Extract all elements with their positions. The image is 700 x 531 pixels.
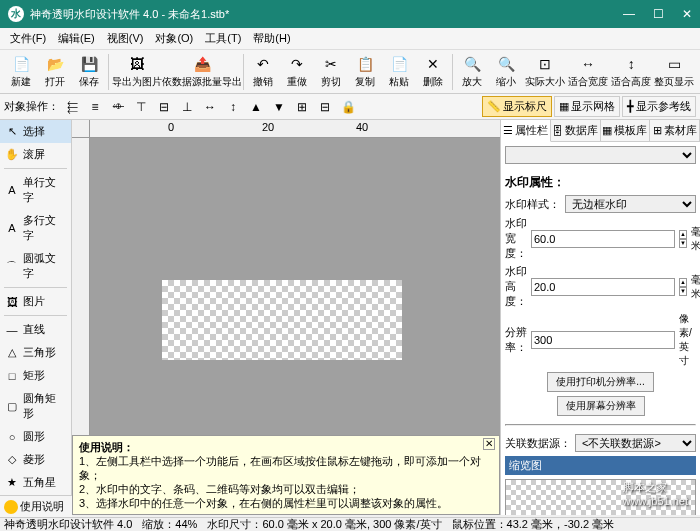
圆角矩形-icon: ▢ [5,399,19,413]
minimize-icon[interactable]: — [623,7,635,21]
保存-icon: 💾 [79,54,99,74]
toolbar-放大[interactable]: 🔍放大 [455,52,489,91]
打开-icon: 📂 [45,54,65,74]
选择-icon: ↖ [5,125,19,139]
三角形-icon: △ [5,346,19,360]
tool-多行文字[interactable]: A多行文字 [0,209,71,247]
tool-圆弧文字[interactable]: ⌒圆弧文字 [0,247,71,285]
tool-矩形[interactable]: □矩形 [0,364,71,387]
printer-dpi-button[interactable]: 使用打印机分辨率... [547,372,653,392]
复制-icon: 📋 [355,54,375,74]
menu-item[interactable]: 帮助(H) [247,31,296,46]
tool-图片[interactable]: 🖼图片 [0,290,71,313]
height-up[interactable]: ▲ [679,278,687,287]
tool-选择[interactable]: ↖选择 [0,120,71,143]
width-up[interactable]: ▲ [679,230,687,239]
toolbar-新建[interactable]: 📄新建 [4,52,38,91]
tool-三角形[interactable]: △三角形 [0,341,71,364]
tool-五角星[interactable]: ★五角星 [0,471,71,494]
tool-菱形[interactable]: ◇菱形 [0,448,71,471]
toolbar-适合高度[interactable]: ↕适合高度 [610,52,653,91]
toolbar-粘贴[interactable]: 📄粘贴 [382,52,416,91]
toggle-显示标尺[interactable]: 📏显示标尺 [482,96,552,117]
align-center-icon[interactable]: ≡ [85,97,105,117]
dist-h-icon[interactable]: ↔ [200,97,220,117]
menu-item[interactable]: 对象(O) [149,31,199,46]
dist-v-icon[interactable]: ↕ [223,97,243,117]
align-right-icon[interactable]: ⬲ [108,97,128,117]
width-input[interactable] [531,230,675,248]
toggle-显示参考线[interactable]: ╋显示参考线 [622,96,696,117]
toolbar-整页显示[interactable]: ▭整页显示 [653,52,696,91]
圆弧文字-icon: ⌒ [5,259,19,273]
toolbar-复制[interactable]: 📋复制 [348,52,382,91]
toolbar-保存[interactable]: 💾保存 [72,52,106,91]
send-back-icon[interactable]: ▼ [269,97,289,117]
menu-item[interactable]: 文件(F) [4,31,52,46]
适合宽度-icon: ↔ [578,54,598,74]
toolbar-撤销[interactable]: ↶撤销 [246,52,280,91]
新建-icon: 📄 [11,54,31,74]
滚屏-icon: ✋ [5,148,19,162]
toolbar-重做[interactable]: ↷重做 [280,52,314,91]
help-label[interactable]: 使用说明 [20,499,64,514]
toolbar-缩小[interactable]: 🔍缩小 [489,52,523,91]
dpi-input[interactable] [531,331,675,349]
tab-素材库[interactable]: ⊞素材库 [650,120,700,141]
tool-圆形[interactable]: ○圆形 [0,425,71,448]
close-icon[interactable]: ✕ [682,7,692,21]
menu-item[interactable]: 工具(T) [199,31,247,46]
撤销-icon: ↶ [253,54,273,74]
单行文字-icon: A [5,183,19,197]
tool-直线[interactable]: —直线 [0,318,71,341]
object-selector[interactable] [505,146,696,164]
整页显示-icon: ▭ [664,54,684,74]
menu-item[interactable]: 视图(V) [101,31,150,46]
导出为图片-icon: 🖼 [127,54,147,74]
tab-模板库[interactable]: ▦模板库 [601,120,651,141]
menu-item[interactable]: 编辑(E) [52,31,101,46]
ungroup-icon[interactable]: ⊟ [315,97,335,117]
help-close-icon[interactable]: ✕ [483,438,495,450]
缩小-icon: 🔍 [496,54,516,74]
依数据源批量导出-icon: 📤 [192,54,212,74]
tab-数据库[interactable]: 🗄数据库 [551,120,601,141]
toolbar-实际大小[interactable]: ⊡实际大小 [523,52,566,91]
toolbar-依数据源批量导出[interactable]: 📤依数据源批量导出 [163,52,241,91]
删除-icon: ✕ [423,54,443,74]
图片-icon: 🖼 [5,295,19,309]
align-top-icon[interactable]: ⊤ [131,97,151,117]
align-left-icon[interactable]: ⬱ [62,97,82,117]
bring-front-icon[interactable]: ▲ [246,97,266,117]
canvas[interactable] [162,280,402,360]
toolbar-适合宽度[interactable]: ↔适合宽度 [566,52,609,91]
tool-单行文字[interactable]: A单行文字 [0,171,71,209]
group-icon[interactable]: ⊞ [292,97,312,117]
style-select[interactable]: 无边框水印 [565,195,696,213]
tool-滚屏[interactable]: ✋滚屏 [0,143,71,166]
toolbar-删除[interactable]: ✕删除 [416,52,450,91]
lock-icon[interactable]: 🔒 [338,97,358,117]
datasource-select[interactable]: <不关联数据源> [575,434,696,452]
status-pos: 鼠标位置：43.2 毫米，-30.2 毫米 [452,517,615,531]
height-down[interactable]: ▼ [679,287,687,296]
align-bottom-icon[interactable]: ⊥ [177,97,197,117]
align-middle-icon[interactable]: ⊟ [154,97,174,117]
菱形-icon: ◇ [5,453,19,467]
tab-属性栏[interactable]: ☰属性栏 [501,120,551,142]
window-title: 神奇透明水印设计软件 4.0 - 未命名1.stb* [30,7,623,22]
tool-圆角矩形[interactable]: ▢圆角矩形 [0,387,71,425]
screen-dpi-button[interactable]: 使用屏幕分辨率 [557,396,645,416]
剪切-icon: ✂ [321,54,341,74]
objop-label: 对象操作： [4,99,59,114]
maximize-icon[interactable]: ☐ [653,7,664,21]
toolbar-剪切[interactable]: ✂剪切 [314,52,348,91]
height-input[interactable] [531,278,675,296]
width-down[interactable]: ▼ [679,239,687,248]
toolbar-导出为图片[interactable]: 🖼导出为图片 [111,52,163,91]
help-panel: ✕ 使用说明： 1、左侧工具栏中选择一个功能后，在画布区域按住鼠标左键拖动，即可… [72,435,500,515]
status-app: 神奇透明水印设计软件 4.0 [4,517,132,531]
实际大小-icon: ⊡ [535,54,555,74]
toggle-显示网格[interactable]: ▦显示网格 [554,96,620,117]
toolbar-打开[interactable]: 📂打开 [38,52,72,91]
